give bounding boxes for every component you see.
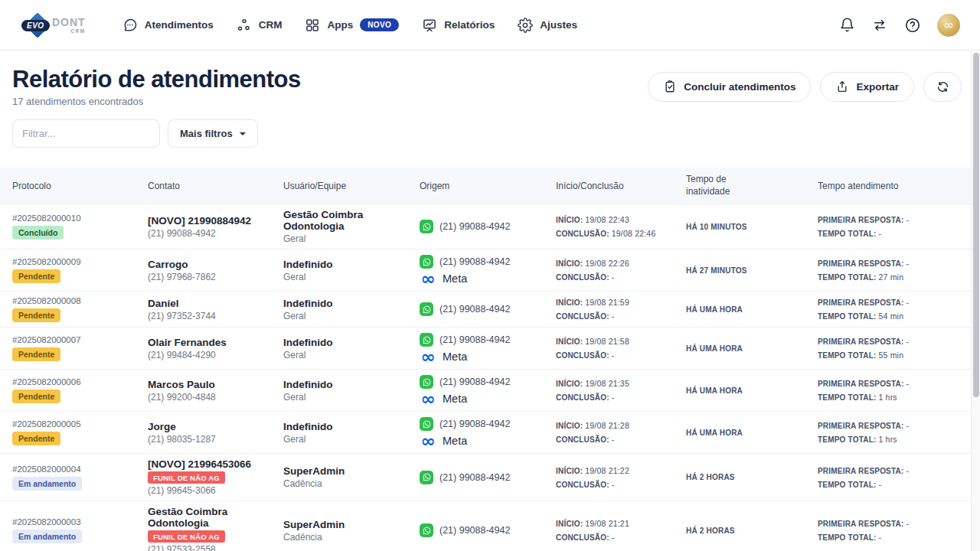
column-header-contato: Contato bbox=[148, 181, 283, 191]
top-navigation: EVO DONT CRM Atendimentos CRM Apps NOVO bbox=[0, 0, 980, 51]
conclusao-label: CONCLUSÃO: bbox=[556, 230, 609, 238]
contact-tag: FUNIL DE NÃO AG bbox=[148, 471, 225, 484]
more-filters-button[interactable]: Mais filtros bbox=[168, 119, 258, 148]
inactivity-cell: HÁ UMA HORA bbox=[686, 344, 818, 353]
total-time-label: TEMPO TOTAL: bbox=[818, 393, 876, 402]
protocol-number: #2025082000004 bbox=[12, 465, 81, 474]
protocol-number: #2025082000008 bbox=[12, 296, 81, 305]
conclusao-label: CONCLUSÃO: bbox=[556, 273, 609, 282]
inactivity-cell: HÁ UMA HORA bbox=[686, 429, 818, 437]
inicio-label: INÍCIO: bbox=[556, 422, 583, 430]
whatsapp-icon bbox=[420, 375, 433, 389]
inactivity-value: HÁ 27 MINUTOS bbox=[686, 266, 747, 275]
nav-item-apps[interactable]: Apps NOVO bbox=[305, 18, 399, 33]
vertical-scrollbar bbox=[971, 51, 980, 551]
conclusao-label: CONCLUSÃO: bbox=[556, 481, 609, 489]
origin-cell: (21) 99088-4942 ∞ Meta bbox=[420, 254, 556, 286]
table-row[interactable]: #2025082000010 Concluído [NOVO] 21990884… bbox=[0, 204, 971, 249]
status-badge: Pendente bbox=[12, 432, 60, 445]
conclusao-value: - bbox=[612, 480, 615, 489]
status-badge: Em andamento bbox=[12, 477, 82, 491]
notifications-bell-icon[interactable] bbox=[839, 17, 855, 33]
nav-item-relatorios[interactable]: Relatórios bbox=[422, 18, 495, 33]
whatsapp-icon bbox=[420, 471, 433, 484]
user-name: SuperAdmin bbox=[283, 519, 345, 530]
status-badge: Em andamento bbox=[12, 530, 82, 543]
whatsapp-icon bbox=[420, 523, 433, 537]
whatsapp-origin-label: (21) 99088-4942 bbox=[439, 419, 510, 429]
status-badge: Pendente bbox=[12, 308, 60, 322]
origin-cell: (21) 99088-4942 ∞ Meta bbox=[420, 416, 556, 448]
nav-item-label: Ajustes bbox=[540, 19, 577, 31]
whatsapp-origin: (21) 99088-4942 bbox=[420, 302, 510, 317]
total-time-value: 54 min bbox=[878, 311, 903, 321]
filter-input[interactable] bbox=[12, 119, 160, 148]
status-badge: Pendente bbox=[12, 390, 60, 403]
nav-item-label: Relatórios bbox=[444, 19, 495, 31]
table-row[interactable]: #2025082000009 Pendente Carrogo (21) 979… bbox=[0, 249, 971, 292]
transfer-arrows-icon[interactable] bbox=[871, 18, 888, 33]
whatsapp-origin-label: (21) 99088-4942 bbox=[439, 304, 510, 315]
report-chart-icon bbox=[422, 18, 437, 33]
column-header-inicio-conclusao: Início/Conclusão bbox=[556, 181, 686, 191]
origin-cell: (21) 99088-4942 bbox=[420, 523, 556, 538]
contact-cell: Jorge (21) 98035-1287 bbox=[148, 421, 283, 445]
inicio-value: 19/08 21:21 bbox=[585, 519, 629, 528]
first-response-value: - bbox=[906, 421, 909, 430]
user-avatar[interactable]: ∞ bbox=[937, 14, 960, 37]
whatsapp-origin: (21) 99088-4942 bbox=[420, 254, 510, 269]
table-row[interactable]: #2025082000006 Pendente Marcos Paulo (21… bbox=[0, 370, 971, 412]
meta-origin-label: Meta bbox=[443, 393, 467, 405]
meta-icon: ∞ bbox=[420, 352, 436, 361]
logo-mark-icon: EVO bbox=[21, 9, 55, 41]
meta-origin-label: Meta bbox=[443, 272, 467, 285]
table-row[interactable]: #2025082000003 Em andamento Gestão Coimb… bbox=[0, 501, 971, 551]
origin-cell: (21) 99088-4942 ∞ Meta bbox=[420, 374, 556, 406]
period-cell: INÍCIO: 19/08 21:59 CONCLUSÃO: - bbox=[556, 298, 686, 321]
help-icon[interactable] bbox=[904, 17, 921, 34]
whatsapp-icon bbox=[420, 255, 433, 269]
conclusao-value: - bbox=[612, 272, 615, 282]
results-count: 17 atendimentos encontrados bbox=[12, 96, 301, 107]
attendance-time-cell: PRIMEIRA RESPOSTA: - TEMPO TOTAL: - bbox=[818, 466, 966, 489]
app-logo[interactable]: EVO DONT CRM bbox=[21, 9, 86, 41]
scrollbar-thumb[interactable] bbox=[973, 53, 979, 397]
user-cell: Indefinido Geral bbox=[283, 379, 420, 403]
conclusao-value: - bbox=[612, 533, 615, 542]
inactivity-value: HÁ 2 HORAS bbox=[686, 527, 735, 535]
export-icon bbox=[835, 80, 849, 93]
conclude-attendances-button[interactable]: Concluir atendimentos bbox=[648, 72, 811, 102]
period-cell: INÍCIO: 19/08 21:35 CONCLUSÃO: - bbox=[556, 379, 686, 402]
inicio-label: INÍCIO: bbox=[556, 337, 583, 346]
user-team: Geral bbox=[283, 311, 305, 321]
whatsapp-origin-label: (21) 99088-4942 bbox=[439, 221, 510, 232]
table-row[interactable]: #2025082000005 Pendente Jorge (21) 98035… bbox=[0, 412, 971, 454]
meta-origin-label: Meta bbox=[443, 350, 467, 363]
protocol-cell: #2025082000003 Em andamento bbox=[12, 517, 148, 543]
nav-item-ajustes[interactable]: Ajustes bbox=[518, 18, 577, 33]
first-response-label: PRIMEIRA RESPOSTA: bbox=[818, 259, 904, 268]
inactivity-cell: HÁ 2 HORAS bbox=[686, 527, 818, 535]
meta-origin: ∞ Meta bbox=[420, 433, 467, 448]
inicio-label: INÍCIO: bbox=[556, 467, 583, 475]
user-cell: SuperAdmin Cadência bbox=[283, 519, 420, 543]
period-cell: INÍCIO: 19/08 21:28 CONCLUSÃO: - bbox=[556, 421, 686, 444]
user-cell: Indefinido Geral bbox=[283, 421, 420, 445]
meta-origin: ∞ Meta bbox=[420, 391, 467, 406]
first-response-value: - bbox=[906, 379, 909, 388]
first-response-label: PRIMEIRA RESPOSTA: bbox=[818, 337, 904, 346]
user-name: Indefinido bbox=[283, 298, 333, 309]
refresh-button[interactable] bbox=[923, 72, 962, 102]
export-button[interactable]: Exportar bbox=[820, 72, 914, 102]
table-row[interactable]: #2025082000007 Pendente Olair Fernandes … bbox=[0, 328, 971, 370]
contact-subtitle: (21) 97968-7862 bbox=[148, 272, 216, 282]
table-row[interactable]: #2025082000004 Em andamento [NOVO] 21996… bbox=[0, 454, 971, 501]
whatsapp-origin: (21) 99088-4942 bbox=[420, 523, 510, 538]
table-row[interactable]: #2025082000008 Pendente Daniel (21) 9735… bbox=[0, 292, 971, 328]
period-cell: INÍCIO: 19/08 22:26 CONCLUSÃO: - bbox=[556, 259, 686, 282]
user-team: Geral bbox=[283, 350, 305, 360]
nav-item-atendimentos[interactable]: Atendimentos bbox=[122, 18, 214, 33]
whatsapp-icon bbox=[420, 220, 433, 233]
total-time-value: 27 min bbox=[878, 272, 903, 282]
nav-item-crm[interactable]: CRM bbox=[237, 18, 283, 33]
